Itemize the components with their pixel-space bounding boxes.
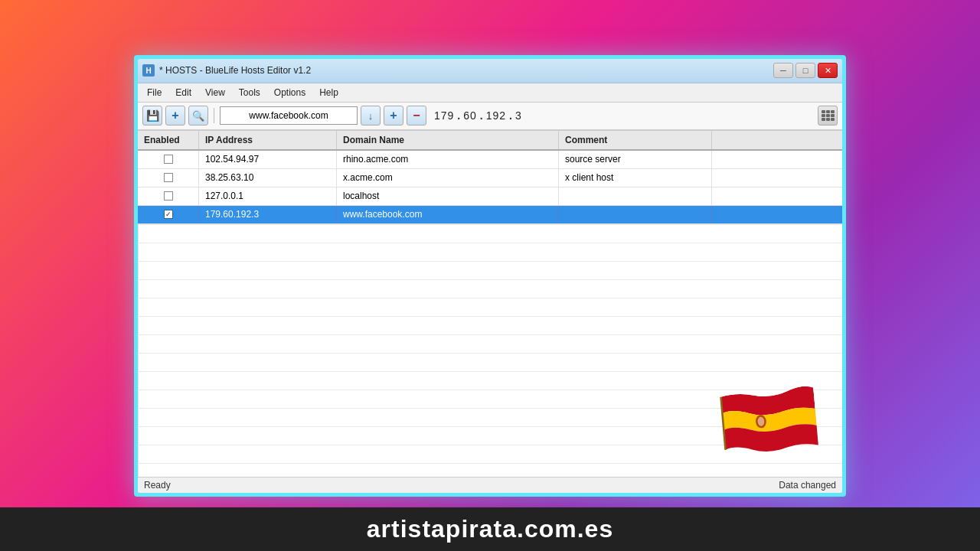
statusbar: Ready Data changed bbox=[138, 477, 842, 493]
ip-part-2: 60 bbox=[463, 109, 477, 122]
menu-tools[interactable]: Tools bbox=[233, 85, 266, 100]
checkbox-3[interactable] bbox=[164, 191, 173, 201]
menu-file[interactable]: File bbox=[141, 85, 168, 100]
domain-cell-3: localhost bbox=[337, 187, 559, 205]
col-comment: Comment bbox=[559, 131, 712, 149]
col-enabled: Enabled bbox=[138, 131, 199, 149]
ip-part-4: 3 bbox=[515, 109, 522, 122]
minimize-button[interactable]: ─ bbox=[773, 63, 793, 78]
titlebar-buttons: ─ □ ✕ bbox=[773, 63, 838, 78]
ip-dot-2: . bbox=[479, 109, 485, 122]
col-ip: IP Address bbox=[199, 131, 337, 149]
save-button[interactable]: 💾 bbox=[142, 106, 162, 126]
search-button[interactable]: 🔍 bbox=[188, 106, 208, 126]
separator-1 bbox=[214, 108, 214, 123]
grid-view-button[interactable] bbox=[818, 106, 838, 126]
down-button[interactable]: ↓ bbox=[361, 106, 381, 126]
close-button[interactable]: ✕ bbox=[818, 63, 838, 78]
domain-cell-1: rhino.acme.com bbox=[337, 151, 559, 168]
footer-text: artistapirata.com.es bbox=[0, 507, 980, 551]
comment-cell-1: source server bbox=[559, 151, 712, 168]
table-row[interactable]: 127.0.0.1 localhost bbox=[138, 187, 842, 206]
titlebar-left: H * HOSTS - BlueLife Hosts Editor v1.2 bbox=[142, 64, 311, 77]
ip-cell-1: 102.54.94.97 bbox=[199, 151, 337, 168]
search-icon: 🔍 bbox=[192, 110, 204, 122]
menu-options[interactable]: Options bbox=[268, 85, 312, 100]
titlebar: H * HOSTS - BlueLife Hosts Editor v1.2 ─… bbox=[138, 59, 842, 83]
ip-cell-4: 179.60.192.3 bbox=[199, 206, 337, 223]
table-row[interactable]: 38.25.63.10 x.acme.com x client host bbox=[138, 169, 842, 187]
toolbar: 💾 + 🔍 ↓ + − 179 . 60 . bbox=[138, 103, 842, 130]
down-icon: ↓ bbox=[368, 110, 374, 122]
table-container: Enabled IP Address Domain Name Comment 1… bbox=[138, 130, 842, 477]
grid-icon bbox=[822, 110, 835, 121]
menu-view[interactable]: View bbox=[199, 85, 231, 100]
checkbox-cell-2[interactable] bbox=[138, 169, 199, 187]
spain-flag bbox=[717, 380, 822, 458]
minus-button[interactable]: − bbox=[407, 106, 426, 126]
status-left: Ready bbox=[144, 480, 171, 491]
checkbox-cell-4[interactable]: ✓ bbox=[138, 206, 199, 223]
ip-dot-3: . bbox=[508, 109, 514, 122]
plus-button[interactable]: + bbox=[384, 106, 403, 126]
checkbox-1[interactable] bbox=[164, 155, 173, 164]
save-icon: 💾 bbox=[146, 109, 159, 122]
ip-dot-1: . bbox=[456, 109, 462, 122]
comment-cell-3 bbox=[559, 187, 712, 205]
plus-icon: + bbox=[390, 109, 397, 122]
ip-part-3: 192 bbox=[486, 109, 506, 122]
menu-help[interactable]: Help bbox=[313, 85, 345, 100]
table-header: Enabled IP Address Domain Name Comment bbox=[138, 131, 842, 151]
menubar: File Edit View Tools Options Help bbox=[138, 83, 842, 103]
comment-cell-2: x client host bbox=[559, 169, 712, 187]
app-icon: H bbox=[142, 64, 155, 77]
domain-cell-4: www.facebook.com bbox=[337, 206, 559, 223]
domain-cell-2: x.acme.com bbox=[337, 169, 559, 187]
status-right: Data changed bbox=[779, 480, 836, 491]
window-title: * HOSTS - BlueLife Hosts Editor v1.2 bbox=[159, 65, 311, 76]
empty-table-area bbox=[138, 224, 842, 477]
ip-cell-3: 127.0.0.1 bbox=[199, 187, 337, 205]
comment-cell-4 bbox=[559, 206, 712, 223]
ip-part-1: 179 bbox=[434, 109, 454, 122]
minus-icon: − bbox=[413, 109, 420, 122]
ip-display: 179 . 60 . 192 . 3 bbox=[434, 109, 815, 122]
checkbox-cell-3[interactable] bbox=[138, 187, 199, 205]
main-window: H * HOSTS - BlueLife Hosts Editor v1.2 ─… bbox=[138, 59, 842, 493]
checkbox-cell-1[interactable] bbox=[138, 151, 199, 168]
checkbox-2[interactable] bbox=[164, 173, 173, 182]
table-row[interactable]: 102.54.94.97 rhino.acme.com source serve… bbox=[138, 151, 842, 169]
col-domain: Domain Name bbox=[337, 131, 559, 149]
checkbox-4[interactable]: ✓ bbox=[164, 210, 173, 219]
maximize-button[interactable]: □ bbox=[795, 63, 815, 78]
table-body: 102.54.94.97 rhino.acme.com source serve… bbox=[138, 151, 842, 224]
menu-edit[interactable]: Edit bbox=[169, 85, 198, 100]
ip-cell-2: 38.25.63.10 bbox=[199, 169, 337, 187]
add-icon: + bbox=[172, 109, 178, 122]
add-button[interactable]: + bbox=[165, 106, 185, 126]
table-row-selected[interactable]: ✓ 179.60.192.3 www.facebook.com bbox=[138, 206, 842, 224]
domain-input[interactable] bbox=[220, 106, 358, 125]
